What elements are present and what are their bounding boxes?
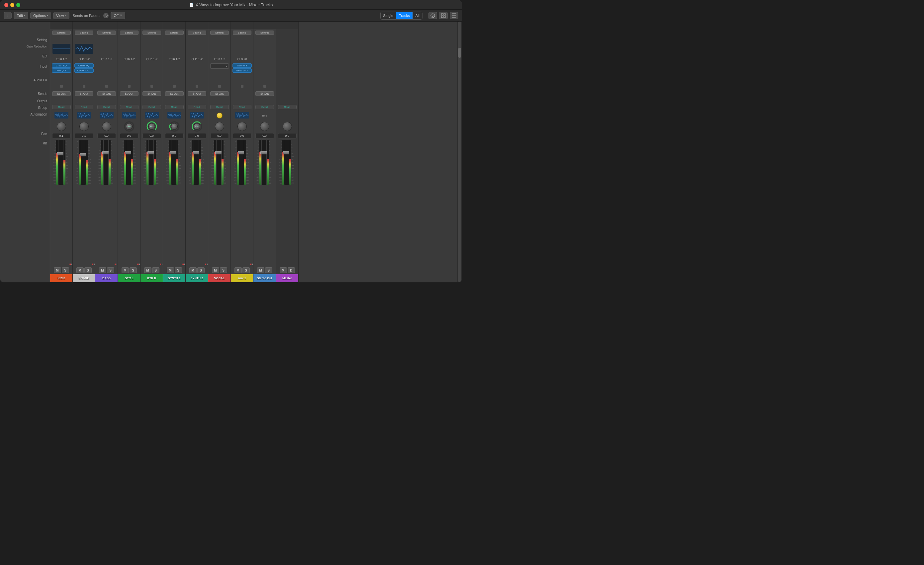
mute-button[interactable]: M — [167, 267, 174, 273]
fader-row[interactable]: 630-3-6 -9-15-18-21 -24-30-35-40 -45-∞ 3… — [118, 139, 140, 266]
sends-off-dropdown[interactable]: Off ⇕ — [111, 12, 125, 19]
mute-button[interactable]: M — [280, 267, 287, 273]
output-button[interactable]: St Out — [75, 91, 93, 96]
output-button[interactable]: St Out — [210, 91, 229, 96]
mute-button[interactable]: M — [257, 267, 264, 273]
fader-row[interactable]: 630-3-6 -9-15-18-21 -24-30-35-40 -45-∞ 3… — [163, 139, 185, 266]
mute-button[interactable]: M — [122, 267, 129, 273]
pan-row[interactable] — [50, 120, 72, 132]
setting-button[interactable]: Setting — [52, 30, 71, 35]
automation-button[interactable]: Read — [255, 105, 274, 109]
automation-button[interactable]: Read — [188, 105, 206, 109]
automation-button[interactable]: Read — [52, 105, 71, 109]
mute-button[interactable]: M — [189, 267, 196, 273]
output-button[interactable]: St Out — [188, 91, 206, 96]
input-row[interactable]: In 1-2 — [95, 55, 118, 63]
tracks-view-button[interactable]: Tracks — [396, 12, 413, 19]
fx-dropdown[interactable]: ⌄ — [210, 63, 229, 69]
grid-view-button[interactable] — [439, 12, 448, 19]
solo-button[interactable]: D — [288, 267, 295, 273]
setting-button[interactable]: Setting — [255, 30, 274, 35]
db-input[interactable] — [233, 133, 251, 138]
solo-button[interactable]: S — [243, 267, 250, 273]
input-row[interactable]: In 1-2 — [118, 55, 140, 63]
fx-slot[interactable]: UADx LA... — [74, 68, 94, 73]
automation-button[interactable]: Read — [75, 105, 93, 109]
edit-menu-button[interactable]: Edit ▾ — [14, 12, 28, 19]
db-input[interactable] — [75, 133, 93, 138]
automation-button[interactable]: Read — [165, 105, 184, 109]
output-button[interactable]: St Out — [120, 91, 138, 96]
db-input[interactable] — [188, 133, 206, 138]
smiley-button[interactable] — [429, 12, 437, 19]
solo-button[interactable]: S — [197, 267, 205, 273]
input-row[interactable]: In 1-2 — [50, 55, 72, 63]
fader-row[interactable]: 630-3-6 -9-15-18-21 -24-30-35-40 -45-∞ 3… — [231, 139, 253, 266]
single-view-button[interactable]: Single — [381, 12, 397, 19]
fader-row[interactable]: 630-3-6 -9-15-18-21 -24-30-35-40 -45-∞ 3… — [141, 139, 163, 266]
mute-button[interactable]: M — [99, 267, 106, 273]
input-row[interactable]: In 1-2 — [141, 55, 163, 63]
automation-button[interactable]: Read — [120, 105, 138, 109]
db-input[interactable] — [120, 133, 138, 138]
input-row[interactable]: In 1-2 — [186, 55, 208, 63]
back-button[interactable]: ↑ — [4, 12, 12, 19]
mute-button[interactable]: M — [76, 267, 84, 273]
all-view-button[interactable]: All — [413, 12, 422, 19]
input-row[interactable] — [254, 55, 276, 63]
split-view-button[interactable] — [450, 12, 458, 19]
fader-row[interactable]: 630-3-6 -9-15-18-21 -24-30-35-40 -45-∞ 3… — [208, 139, 231, 266]
setting-button[interactable]: Setting — [233, 30, 251, 35]
setting-button[interactable]: Setting — [75, 30, 93, 35]
solo-button[interactable]: S — [62, 267, 69, 273]
solo-button[interactable]: S — [84, 267, 92, 273]
db-input[interactable] — [98, 133, 116, 138]
input-row[interactable]: In 1-2 — [163, 55, 185, 63]
mute-button[interactable]: M — [234, 267, 242, 273]
fx-slot[interactable]: Neutron 3 — [232, 68, 252, 73]
fader-row[interactable]: 630-3-6 -9-15-18-21 -24-30-35-40 -45-∞ 3… — [254, 139, 276, 266]
input-row[interactable]: In 1-2 — [73, 55, 95, 63]
pan-row[interactable] — [208, 120, 231, 132]
mute-button[interactable]: M — [144, 267, 152, 273]
sends-power-button[interactable]: ⏻ — [103, 13, 109, 18]
output-button[interactable]: St Out — [98, 91, 116, 96]
scrollbar[interactable] — [457, 22, 462, 282]
output-button[interactable]: St Out — [255, 91, 274, 96]
fader-row[interactable]: 630-3-6 -9-15-18-21 -24-30-35-40 -45-∞ 3… — [186, 139, 208, 266]
automation-button[interactable]: Read — [210, 105, 229, 109]
output-button[interactable]: St Out — [165, 91, 184, 96]
pan-row[interactable] — [73, 120, 95, 132]
pan-row[interactable]: -27 — [163, 120, 185, 132]
setting-button[interactable]: Setting — [165, 30, 184, 35]
automation-button[interactable]: Read — [142, 105, 161, 109]
view-menu-button[interactable]: View ▾ — [53, 12, 69, 19]
pan-row[interactable] — [254, 120, 276, 132]
close-button[interactable] — [4, 3, 8, 7]
pan-row[interactable] — [276, 120, 298, 132]
setting-button[interactable]: Setting — [98, 30, 116, 35]
input-row[interactable] — [276, 55, 298, 63]
pan-row[interactable]: -64 — [118, 120, 140, 132]
db-input[interactable] — [165, 133, 184, 138]
fader-row[interactable]: 630-3-6 -9-15-18-21 -24-30-35-40 -45-∞ 3… — [73, 139, 95, 266]
minimize-button[interactable] — [10, 3, 14, 7]
setting-button[interactable]: Setting — [210, 30, 229, 35]
setting-button[interactable]: Setting — [120, 30, 138, 35]
db-input[interactable] — [255, 133, 274, 138]
maximize-button[interactable] — [16, 3, 20, 7]
solo-button[interactable]: S — [129, 267, 137, 273]
automation-button[interactable]: Read — [98, 105, 116, 109]
db-input[interactable] — [52, 133, 71, 138]
output-button[interactable]: St Out — [142, 91, 161, 96]
fx-slot[interactable]: Chan EQ — [74, 63, 94, 68]
db-input[interactable] — [210, 133, 229, 138]
setting-button[interactable]: Setting — [188, 30, 206, 35]
solo-button[interactable]: S — [107, 267, 114, 273]
fader-row[interactable]: 630-3-6 -9-15-18-21 -24-30-35-40 -45-∞ 3… — [276, 139, 298, 266]
solo-button[interactable]: S — [265, 267, 272, 273]
automation-button[interactable]: Read — [233, 105, 251, 109]
mute-button[interactable]: M — [212, 267, 219, 273]
fader-row[interactable]: 630-3-6 -9-15-18-21 -24-30-35-40 -45-∞ 3… — [50, 139, 72, 266]
pan-row[interactable] — [95, 120, 118, 132]
